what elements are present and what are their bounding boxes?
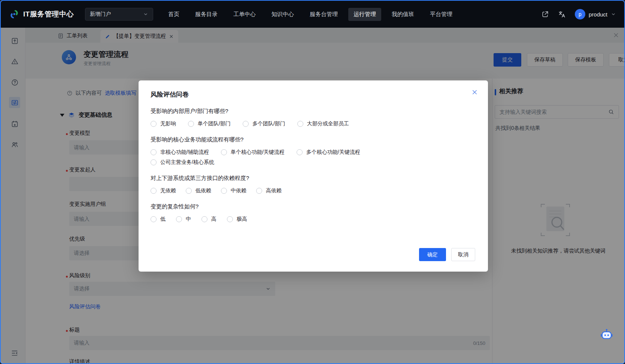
nav-item-knowledge-center[interactable]: 知识中心 xyxy=(266,8,299,21)
radio-icon[interactable] xyxy=(297,149,303,155)
radio-icon[interactable] xyxy=(227,216,233,222)
radio-label: 大部分或全部员工 xyxy=(307,120,349,127)
radio-option[interactable]: 无依赖 xyxy=(151,187,176,194)
radio-icon[interactable] xyxy=(188,121,194,127)
radio-icon[interactable] xyxy=(151,149,157,155)
main-area: 工单列表 【提单】变更管理流程 xyxy=(1,28,624,363)
portal-select-dropdown[interactable]: 新增门户 xyxy=(85,8,153,21)
radio-option[interactable]: 多个核心功能/关键流程 xyxy=(297,149,360,156)
question-text: 受影响的核心业务功能或流程有哪些? xyxy=(151,136,476,143)
radio-option[interactable]: 低 xyxy=(151,216,166,223)
confirm-button[interactable]: 确定 xyxy=(419,248,446,261)
app-window: IT服务管理中心 新增门户 首页 服务目录 工单中心 知识中心 服务台管理 运行… xyxy=(0,0,625,364)
risk-questionnaire-modal: 风险评估问卷 受影响的内部用户/部门有哪些? 无影响 单个团队/部门 多个团队/… xyxy=(139,80,488,272)
radio-option[interactable]: 高 xyxy=(201,216,216,223)
radio-icon[interactable] xyxy=(176,216,182,222)
radio-label: 无影响 xyxy=(160,120,176,127)
modal-cancel-button[interactable]: 取消 xyxy=(451,248,475,261)
radio-label: 高依赖 xyxy=(266,187,282,194)
radio-icon[interactable] xyxy=(221,149,227,155)
chevron-down-icon xyxy=(611,12,616,17)
radio-option[interactable]: 单个团队/部门 xyxy=(188,120,231,127)
modal-close-icon[interactable] xyxy=(471,89,478,96)
nav-item-servicedesk-mgmt[interactable]: 服务台管理 xyxy=(304,8,343,21)
radio-option[interactable]: 中 xyxy=(176,216,191,223)
portal-select-value: 新增门户 xyxy=(90,11,111,18)
question-1: 受影响的内部用户/部门有哪些? 无影响 单个团队/部门 多个团队/部门 大部分或… xyxy=(151,108,476,127)
nav-item-home[interactable]: 首页 xyxy=(163,8,185,21)
question-text: 变更的复杂性如何? xyxy=(151,203,476,210)
radio-label: 高 xyxy=(211,216,216,223)
radio-label: 多个团队/部门 xyxy=(252,120,285,127)
radio-icon[interactable] xyxy=(151,159,157,165)
modal-footer: 确定 取消 xyxy=(419,248,475,261)
radio-icon[interactable] xyxy=(151,216,157,222)
radio-label: 非核心功能/辅助流程 xyxy=(160,149,209,156)
translate-icon[interactable] xyxy=(558,10,566,18)
nav-item-service-catalog[interactable]: 服务目录 xyxy=(190,8,223,21)
radio-option[interactable]: 多个团队/部门 xyxy=(243,120,285,127)
radio-icon[interactable] xyxy=(221,188,227,194)
navbar-right: p product xyxy=(541,9,616,19)
radio-label: 中依赖 xyxy=(231,187,246,194)
radio-option[interactable]: 高依赖 xyxy=(256,187,282,194)
question-4: 变更的复杂性如何? 低 中 高 极高 xyxy=(151,203,476,223)
radio-label: 低 xyxy=(160,216,166,223)
radio-icon[interactable] xyxy=(201,216,207,222)
app-logo-icon xyxy=(9,9,19,19)
question-2: 受影响的核心业务功能或流程有哪些? 非核心功能/辅助流程 单个核心功能/关键流程… xyxy=(151,136,476,166)
radio-option[interactable]: 低依赖 xyxy=(186,187,211,194)
radio-option[interactable]: 无影响 xyxy=(151,120,176,127)
radio-icon[interactable] xyxy=(243,121,249,127)
radio-option[interactable]: 公司主营业务/核心系统 xyxy=(151,159,214,166)
radio-label: 多个核心功能/关键流程 xyxy=(306,149,360,156)
radio-label: 单个团队/部门 xyxy=(198,120,231,127)
radio-label: 中 xyxy=(186,216,191,223)
radio-label: 无依赖 xyxy=(160,187,176,194)
nav-item-my-duty[interactable]: 我的值班 xyxy=(386,8,419,21)
question-3: 对上下游系统或第三方接口的依赖程度? 无依赖 低依赖 中依赖 高依赖 xyxy=(151,175,476,194)
user-name: product xyxy=(589,11,607,18)
radio-icon[interactable] xyxy=(256,188,262,194)
radio-icon[interactable] xyxy=(186,188,192,194)
main-nav: 首页 服务目录 工单中心 知识中心 服务台管理 运行管理 我的值班 平台管理 xyxy=(163,8,458,21)
radio-icon[interactable] xyxy=(151,121,157,127)
brand-title: IT服务管理中心 xyxy=(23,9,74,19)
chevron-down-icon xyxy=(143,12,148,17)
top-navbar: IT服务管理中心 新增门户 首页 服务目录 工单中心 知识中心 服务台管理 运行… xyxy=(1,1,624,28)
nav-item-ticket-center[interactable]: 工单中心 xyxy=(228,8,261,21)
user-menu[interactable]: p product xyxy=(575,9,616,19)
radio-label: 单个核心功能/关键流程 xyxy=(231,149,285,156)
radio-label: 公司主营业务/核心系统 xyxy=(160,159,214,166)
nav-item-operation-mgmt[interactable]: 运行管理 xyxy=(348,8,381,21)
radio-icon[interactable] xyxy=(297,121,303,127)
question-text: 对上下游系统或第三方接口的依赖程度? xyxy=(151,175,476,182)
external-link-icon[interactable] xyxy=(541,10,549,18)
nav-item-platform-mgmt[interactable]: 平台管理 xyxy=(425,8,458,21)
radio-icon[interactable] xyxy=(151,188,157,194)
radio-option[interactable]: 极高 xyxy=(227,216,247,223)
radio-label: 低依赖 xyxy=(195,187,211,194)
radio-option[interactable]: 中依赖 xyxy=(221,187,246,194)
avatar: p xyxy=(575,9,585,19)
modal-title: 风险评估问卷 xyxy=(151,90,476,99)
radio-option[interactable]: 单个核心功能/关键流程 xyxy=(221,149,285,156)
question-text: 受影响的内部用户/部门有哪些? xyxy=(151,108,476,115)
radio-label: 极高 xyxy=(237,216,247,223)
radio-option[interactable]: 非核心功能/辅助流程 xyxy=(151,149,209,156)
radio-option[interactable]: 大部分或全部员工 xyxy=(297,120,349,127)
ai-assistant-icon[interactable] xyxy=(600,328,613,343)
